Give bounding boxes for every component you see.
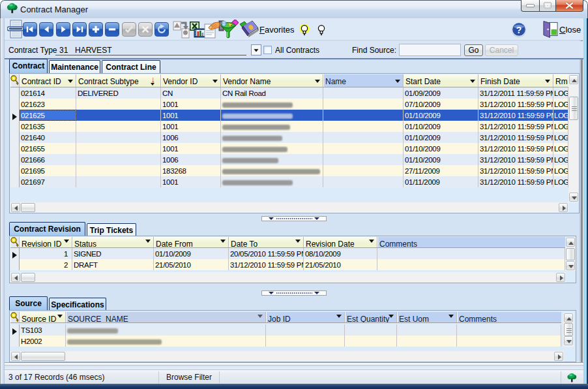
svg-text:?: ? [516, 25, 522, 35]
